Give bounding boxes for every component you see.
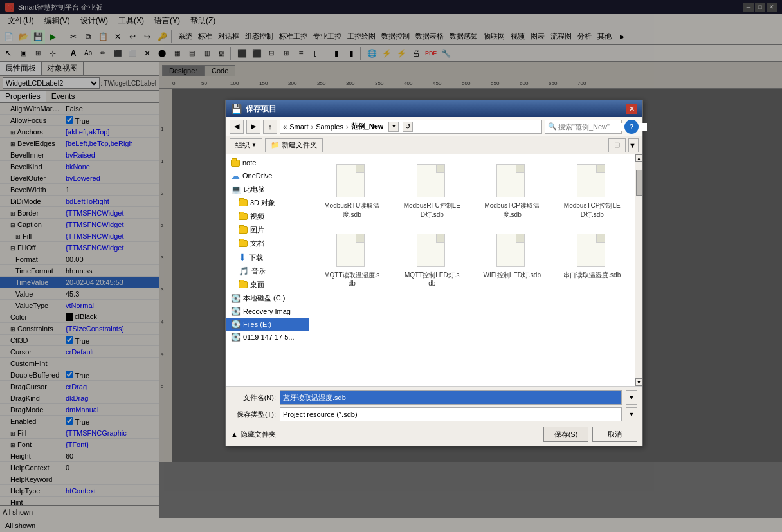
path-box: « Smart › Samples › 范例_New ▼ ↺ bbox=[280, 120, 542, 134]
file-item-2[interactable]: ModbusTCP读取温度.sdb bbox=[475, 160, 550, 224]
new-folder-button[interactable]: 📁 新建文件夹 bbox=[265, 138, 323, 152]
new-folder-label: 新建文件夹 bbox=[282, 140, 317, 150]
nav-forward-button[interactable]: ▶ bbox=[246, 120, 260, 134]
dialog-sidebar: note ☁ OneDrive 💻 此电脑 3D 对象 视频 bbox=[226, 154, 309, 386]
file-label: ModbusRTU控制LED灯.sdb bbox=[403, 201, 461, 219]
filetype-input[interactable] bbox=[280, 407, 622, 421]
file-icon-body bbox=[336, 234, 365, 267]
filetype-dropdown[interactable]: ▼ bbox=[626, 407, 637, 421]
sidebar-item-drive-e[interactable]: 💽 Files (E:) bbox=[226, 318, 309, 331]
file-item-7[interactable]: 串口读取温湿度.sdb bbox=[555, 229, 630, 291]
path-sep-2: › bbox=[346, 123, 349, 131]
nav-up-button[interactable]: ↑ bbox=[263, 120, 277, 134]
dialog-nav: ◀ ▶ ↑ « Smart › Samples › 范例_New ▼ ↺ 🔍 ? bbox=[226, 117, 642, 136]
file-item-6[interactable]: WIFI控制LED灯.sdb bbox=[475, 229, 550, 291]
path-smart[interactable]: Smart bbox=[289, 123, 308, 131]
file-icon bbox=[417, 164, 448, 200]
dialog-footer: 文件名(N): ▼ 保存类型(T): ▼ ▲ 隐藏文件夹 保存(S) 取消 bbox=[226, 386, 642, 446]
file-icon bbox=[336, 164, 367, 200]
hide-folder-toggle[interactable]: ▲ 隐藏文件夹 bbox=[231, 430, 276, 439]
path-sep-1: › bbox=[311, 123, 313, 131]
filename-dropdown[interactable]: ▼ bbox=[626, 390, 637, 405]
file-icon-body bbox=[577, 234, 605, 267]
organize-dropdown-icon: ▼ bbox=[251, 142, 257, 148]
filetype-row: 保存类型(T): ▼ bbox=[231, 407, 637, 421]
filename-input[interactable] bbox=[280, 390, 622, 405]
sidebar-item-music[interactable]: 🎵 音乐 bbox=[226, 264, 309, 278]
dialog-title-text: 保存项目 bbox=[246, 104, 277, 115]
sidebar-item-drive-other[interactable]: 💽 0119 147 17 5... bbox=[226, 331, 309, 344]
folder-icon bbox=[231, 160, 240, 167]
sidebar-label: 3D 对象 bbox=[250, 198, 275, 208]
file-label: ModbusTCP读取温度.sdb bbox=[483, 201, 541, 219]
organize-button[interactable]: 组织 ▼ bbox=[230, 138, 262, 152]
file-label: WIFI控制LED灯.sdb bbox=[484, 271, 541, 280]
dialog-body: note ☁ OneDrive 💻 此电脑 3D 对象 视频 bbox=[226, 154, 642, 386]
file-item-0[interactable]: ModbusRTU读取温度.sdb bbox=[314, 160, 390, 224]
file-label: 串口读取温湿度.sdb bbox=[563, 271, 621, 280]
new-folder-icon: 📁 bbox=[271, 141, 280, 149]
dialog-toolbar: 组织 ▼ 📁 新建文件夹 ⊟ ▼ bbox=[226, 136, 642, 154]
path-samples[interactable]: Samples bbox=[316, 123, 343, 131]
file-label: MQTT控制LED灯.sdb bbox=[403, 271, 461, 287]
dialog-titlebar: 💾 保存项目 ✕ bbox=[226, 100, 642, 117]
sidebar-label: 0119 147 17 5... bbox=[243, 333, 295, 341]
scroll-up-arrow[interactable]: ▲ bbox=[635, 154, 643, 162]
sidebar-label: Files (E:) bbox=[243, 320, 271, 328]
hide-folder-icon: ▲ bbox=[231, 430, 238, 438]
view-dropdown-button[interactable]: ▼ bbox=[628, 138, 639, 152]
sidebar-item-videos[interactable]: 视频 bbox=[226, 210, 309, 223]
path-refresh-button[interactable]: ↺ bbox=[403, 122, 413, 132]
sidebar-label: 音乐 bbox=[251, 266, 266, 276]
filename-row: 文件名(N): ▼ bbox=[231, 390, 637, 405]
cloud-icon: ☁ bbox=[231, 170, 240, 181]
sidebar-item-note[interactable]: note bbox=[226, 157, 309, 169]
sidebar-item-onedrive[interactable]: ☁ OneDrive bbox=[226, 169, 309, 183]
help-button[interactable]: ? bbox=[624, 120, 639, 134]
save-button[interactable]: 保存(S) bbox=[543, 427, 588, 442]
dialog-title: 💾 保存项目 bbox=[231, 104, 277, 115]
scroll-down-arrow[interactable]: ▼ bbox=[635, 378, 643, 386]
nav-back-button[interactable]: ◀ bbox=[230, 120, 244, 134]
file-icon bbox=[577, 164, 608, 200]
file-icon-body bbox=[417, 234, 445, 267]
dialog-close-button[interactable]: ✕ bbox=[626, 104, 637, 114]
sidebar-item-3d[interactable]: 3D 对象 bbox=[226, 196, 309, 210]
sidebar-label: 视频 bbox=[250, 212, 264, 221]
sidebar-label: OneDrive bbox=[242, 172, 272, 179]
path-current[interactable]: 范例_New bbox=[351, 122, 384, 131]
file-item-1[interactable]: ModbusRTU控制LED灯.sdb bbox=[395, 160, 470, 224]
sidebar-item-this-pc[interactable]: 💻 此电脑 bbox=[226, 183, 309, 196]
music-icon: 🎵 bbox=[239, 266, 249, 276]
cancel-button[interactable]: 取消 bbox=[592, 427, 637, 442]
sidebar-item-pictures[interactable]: 图片 bbox=[226, 223, 309, 237]
sidebar-item-drive-c[interactable]: 💽 本地磁盘 (C:) bbox=[226, 291, 309, 305]
drive-icon: 💽 bbox=[231, 320, 241, 329]
file-icon-body bbox=[496, 164, 525, 197]
file-icon-body bbox=[577, 164, 605, 197]
sidebar-label: 桌面 bbox=[250, 280, 264, 289]
view-toggle-button[interactable]: ⊟ bbox=[608, 138, 626, 152]
sidebar-label: Recovery Imag bbox=[243, 307, 291, 315]
file-label: ModbusRTU读取温度.sdb bbox=[323, 201, 381, 219]
filetype-label: 保存类型(T): bbox=[231, 410, 276, 419]
file-icon-body bbox=[496, 234, 525, 267]
drive-icon: 💽 bbox=[231, 294, 241, 303]
file-item-3[interactable]: ModbusTCP控制LED灯.sdb bbox=[555, 160, 630, 224]
file-content-wrapper: ModbusRTU读取温度.sdb ModbusRTU控制LED灯.sdb bbox=[309, 154, 642, 386]
download-icon: ⬇ bbox=[239, 252, 246, 262]
path-dropdown-button[interactable]: ▼ bbox=[388, 122, 399, 132]
scroll-thumb[interactable] bbox=[636, 170, 642, 196]
sidebar-item-documents[interactable]: 文档 bbox=[226, 237, 309, 250]
sidebar-item-desktop[interactable]: 桌面 bbox=[226, 278, 309, 291]
sidebar-item-recovery[interactable]: 💽 Recovery Imag bbox=[226, 305, 309, 318]
folder-icon bbox=[239, 240, 248, 247]
file-item-4[interactable]: MQTT读取温湿度.sdb bbox=[314, 229, 390, 291]
file-item-5[interactable]: MQTT控制LED灯.sdb bbox=[395, 229, 470, 291]
file-label: ModbusTCP控制LED灯.sdb bbox=[563, 201, 621, 219]
file-icon bbox=[336, 234, 367, 270]
file-grid: ModbusRTU读取温度.sdb ModbusRTU控制LED灯.sdb bbox=[314, 160, 630, 291]
sidebar-label: note bbox=[242, 159, 256, 167]
sidebar-item-downloads[interactable]: ⬇ 下载 bbox=[226, 250, 309, 264]
vertical-scrollbar[interactable]: ▲ ▼ bbox=[635, 154, 642, 386]
